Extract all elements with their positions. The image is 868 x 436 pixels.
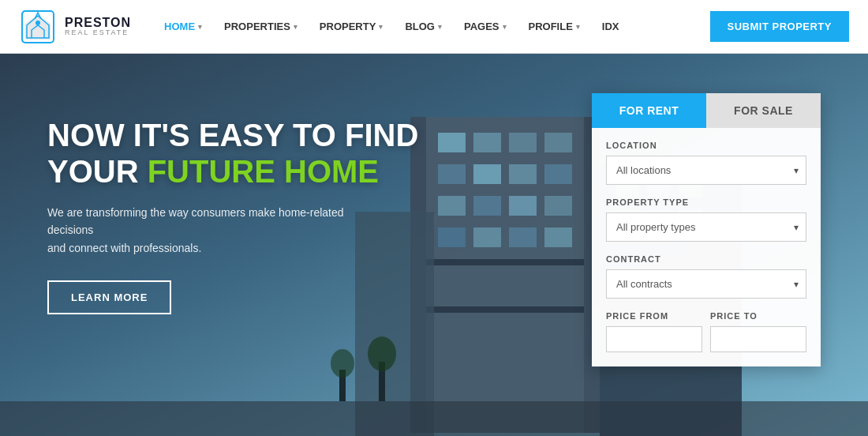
learn-more-button[interactable]: LEARN MORE	[47, 280, 171, 314]
price-row: PRICE FROM PRICE TO	[606, 311, 806, 352]
svg-rect-14	[438, 196, 466, 216]
logo-title: PRESTON	[65, 16, 131, 30]
nav-pages[interactable]: PAGES ▾	[455, 14, 516, 39]
search-form: LOCATION All locations New York Los Ange…	[592, 128, 821, 352]
chevron-down-icon: ▾	[503, 23, 507, 31]
price-from-label: PRICE FROM	[606, 311, 702, 321]
svg-rect-18	[438, 227, 466, 247]
hero-title: NOW IT'S EASY TO FIND YOUR FUTURE HOME	[47, 117, 418, 190]
svg-marker-1	[25, 14, 51, 39]
svg-rect-13	[544, 164, 572, 184]
search-tabs: FOR RENT FOR SALE	[592, 93, 821, 128]
svg-rect-21	[544, 227, 572, 247]
tab-for-rent[interactable]: FOR RENT	[592, 93, 706, 128]
hero-content: NOW IT'S EASY TO FIND YOUR FUTURE HOME W…	[47, 117, 418, 314]
svg-rect-8	[509, 133, 537, 152]
property-type-select-wrap: All property types House Apartment Condo…	[606, 212, 806, 242]
svg-rect-11	[473, 164, 501, 184]
svg-point-2	[36, 21, 40, 25]
property-type-select[interactable]: All property types House Apartment Condo…	[606, 212, 806, 242]
svg-rect-32	[0, 401, 868, 436]
header: PRESTON REAL ESTATE HOME ▾ PROPERTIES ▾ …	[0, 0, 868, 54]
chevron-down-icon: ▾	[438, 23, 442, 31]
svg-rect-9	[544, 133, 572, 152]
svg-rect-7	[473, 133, 501, 152]
contract-select[interactable]: All contracts Monthly Yearly Weekly	[606, 269, 806, 299]
svg-rect-10	[438, 164, 466, 184]
nav-blog[interactable]: BLOG ▾	[395, 14, 451, 39]
main-nav: HOME ▾ PROPERTIES ▾ PROPERTY ▾ BLOG ▾ PA…	[155, 14, 702, 39]
logo-icon	[19, 8, 57, 46]
svg-rect-23	[426, 306, 584, 313]
nav-home[interactable]: HOME ▾	[155, 14, 211, 39]
svg-rect-16	[509, 196, 537, 216]
chevron-down-icon: ▾	[576, 23, 580, 31]
nav-idx[interactable]: IDX	[593, 14, 629, 39]
submit-property-button[interactable]: SUBMIT PROPERTY	[710, 11, 849, 42]
price-to-label: PRICE TO	[710, 311, 806, 321]
hero-description: We are transforming the way consumers ma…	[47, 204, 387, 257]
logo-subtitle: REAL ESTATE	[65, 29, 131, 37]
hero-section: NOW IT'S EASY TO FIND YOUR FUTURE HOME W…	[0, 54, 868, 436]
location-label: LOCATION	[606, 141, 806, 150]
svg-point-36	[331, 349, 354, 378]
price-to-col: PRICE TO	[710, 311, 806, 352]
nav-property[interactable]: PROPERTY ▾	[310, 14, 393, 39]
svg-rect-17	[544, 196, 572, 216]
chevron-down-icon: ▾	[294, 23, 297, 31]
svg-rect-22	[426, 259, 584, 265]
chevron-down-icon: ▾	[379, 23, 383, 31]
svg-point-34	[368, 336, 396, 371]
property-type-label: PROPERTY TYPE	[606, 197, 806, 207]
search-panel: FOR RENT FOR SALE LOCATION All locations…	[592, 93, 821, 366]
price-to-input[interactable]	[710, 326, 806, 352]
price-from-input[interactable]	[606, 326, 702, 352]
nav-profile[interactable]: PROFILE ▾	[519, 14, 589, 39]
nav-properties[interactable]: PROPERTIES ▾	[215, 14, 307, 39]
location-select[interactable]: All locations New York Los Angeles Chica…	[606, 156, 806, 185]
contract-label: CONTRACT	[606, 254, 806, 264]
chevron-down-icon: ▾	[198, 23, 202, 31]
svg-rect-15	[473, 196, 501, 216]
logo-text: PRESTON REAL ESTATE	[65, 16, 131, 37]
svg-rect-19	[473, 227, 501, 247]
logo[interactable]: PRESTON REAL ESTATE	[19, 8, 131, 46]
svg-rect-20	[509, 227, 537, 247]
location-select-wrap: All locations New York Los Angeles Chica…	[606, 156, 806, 185]
contract-select-wrap: All contracts Monthly Yearly Weekly ▾	[606, 269, 806, 299]
svg-rect-12	[509, 164, 537, 184]
tab-for-sale[interactable]: FOR SALE	[706, 93, 821, 128]
price-from-col: PRICE FROM	[606, 311, 702, 352]
svg-rect-6	[438, 133, 466, 152]
hero-title-highlight: FUTURE HOME	[148, 154, 379, 189]
